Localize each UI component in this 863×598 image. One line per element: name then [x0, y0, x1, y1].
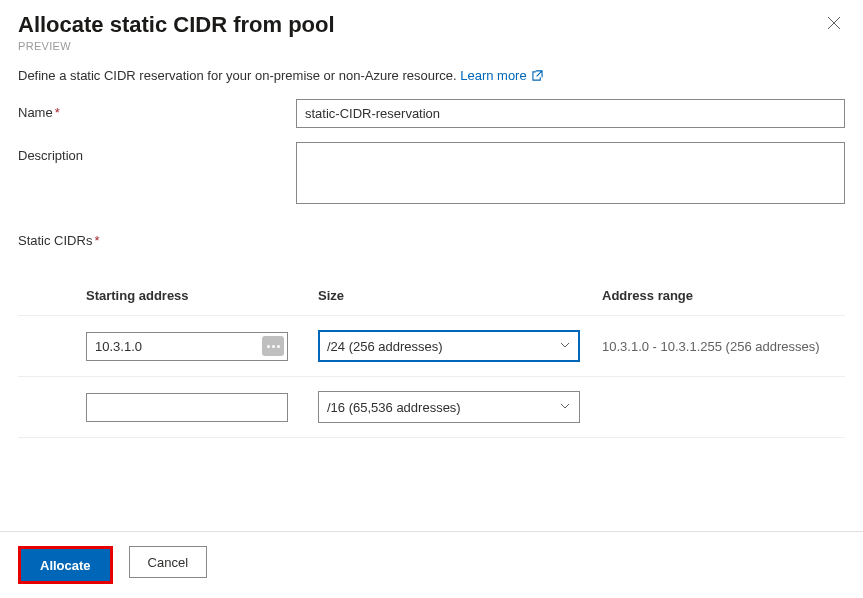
external-link-icon	[532, 70, 543, 81]
intro-text-body: Define a static CIDR reservation for you…	[18, 68, 460, 83]
column-header-address-range: Address range	[602, 288, 845, 303]
size-select-label: /16 (65,536 addresses)	[327, 400, 461, 415]
size-select-label: /24 (256 addresses)	[327, 339, 443, 354]
size-select[interactable]: /16 (65,536 addresses)	[318, 391, 580, 423]
highlight-ring: Allocate	[18, 546, 113, 584]
size-select[interactable]: /24 (256 addresses)	[318, 330, 580, 362]
cancel-button[interactable]: Cancel	[129, 546, 207, 578]
table-row: /16 (65,536 addresses)	[18, 376, 845, 438]
required-indicator: *	[94, 233, 99, 248]
close-icon[interactable]	[823, 12, 845, 38]
preview-badge: PREVIEW	[18, 40, 845, 52]
chevron-down-icon	[559, 339, 571, 351]
name-label: Name*	[18, 99, 296, 128]
address-range-value: 10.3.1.0 - 10.3.1.255 (256 addresses)	[602, 339, 845, 354]
static-cidrs-table: Starting address Size Address range /24 …	[0, 254, 863, 438]
allocate-button[interactable]: Allocate	[21, 549, 110, 581]
ellipsis-icon[interactable]	[262, 336, 284, 356]
table-row: /24 (256 addresses)10.3.1.0 - 10.3.1.255…	[18, 315, 845, 376]
description-field[interactable]	[296, 142, 845, 204]
column-header-size: Size	[318, 288, 602, 303]
description-label: Description	[18, 142, 296, 207]
chevron-down-icon	[559, 400, 571, 412]
learn-more-link[interactable]: Learn more	[460, 68, 543, 83]
name-field[interactable]	[296, 99, 845, 128]
required-indicator: *	[55, 105, 60, 120]
static-cidrs-label: Static CIDRs*	[0, 221, 863, 254]
intro-text: Define a static CIDR reservation for you…	[0, 52, 863, 91]
starting-address-input[interactable]	[86, 332, 288, 361]
starting-address-input[interactable]	[86, 393, 288, 422]
column-header-starting-address: Starting address	[86, 288, 318, 303]
page-title: Allocate static CIDR from pool	[18, 12, 335, 38]
